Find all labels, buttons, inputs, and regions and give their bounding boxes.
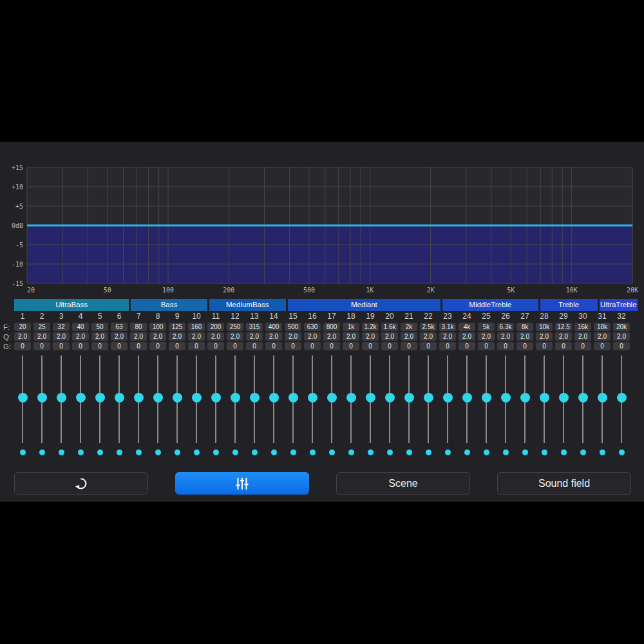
channel-column: 3322.00 <box>52 312 71 350</box>
channel-column: 181k2.00 <box>341 312 361 350</box>
channel-column: 122502.00 <box>225 312 245 350</box>
slider-knob[interactable] <box>115 393 124 402</box>
gain-slider <box>71 353 90 459</box>
gain-value: 0 <box>91 342 108 350</box>
gain-value: 0 <box>207 342 224 350</box>
gain-slider <box>592 353 612 459</box>
channel-number: 32 <box>617 312 625 321</box>
channel-dot <box>271 450 277 455</box>
gain-value: 0 <box>304 342 321 350</box>
slider-knob[interactable] <box>57 393 66 402</box>
q-value: 2.0 <box>14 332 31 341</box>
slider-knob[interactable] <box>346 393 356 402</box>
slider-knob[interactable] <box>501 393 511 402</box>
slider-knob[interactable] <box>598 393 607 402</box>
slider-knob[interactable] <box>76 393 86 402</box>
gain-slider <box>129 353 148 459</box>
channel-dot <box>329 450 335 455</box>
y-axis-tick-label: -5 <box>15 242 23 249</box>
channel-column: 2810k2.00 <box>535 312 554 350</box>
channel-number: 1 <box>21 312 25 321</box>
equalizer-button[interactable] <box>175 472 309 495</box>
gain-slider <box>399 353 419 459</box>
freq-value: 40 <box>72 323 89 331</box>
slider-knob[interactable] <box>250 393 260 402</box>
freq-value: 50 <box>91 323 108 331</box>
gain-slider <box>496 353 515 459</box>
q-value: 2.0 <box>555 332 572 341</box>
q-value: 2.0 <box>53 332 70 341</box>
gain-value: 0 <box>53 342 70 350</box>
q-value: 2.0 <box>227 332 243 341</box>
band-label-mediant: Mediant <box>288 299 441 311</box>
slider-knob[interactable] <box>18 393 28 402</box>
slider-knob[interactable] <box>404 393 414 402</box>
channel-dot <box>117 450 122 455</box>
slider-knob[interactable] <box>173 393 182 402</box>
gain-slider <box>554 353 573 459</box>
gain-value: 0 <box>555 342 572 350</box>
channel-dot <box>542 450 547 455</box>
slider-knob[interactable] <box>385 393 395 402</box>
channel-number: 16 <box>308 312 316 321</box>
channel-column: 191.2k2.00 <box>361 312 380 350</box>
slider-knob[interactable] <box>327 393 337 402</box>
q-value: 2.0 <box>536 332 553 341</box>
freq-value: 25 <box>33 323 50 331</box>
channel-number: 2 <box>40 312 44 321</box>
slider-knob[interactable] <box>443 393 453 402</box>
scene-button[interactable]: Scene <box>336 472 470 495</box>
slider-knob[interactable] <box>231 393 240 402</box>
channel-dot <box>445 450 451 455</box>
slider-knob[interactable] <box>617 393 627 402</box>
gain-slider <box>245 353 264 459</box>
band-label-mediumbass: MediumBass <box>209 299 286 311</box>
sound-field-button[interactable]: Sound field <box>497 472 631 495</box>
channel-number: 3 <box>59 312 64 321</box>
channel-dot <box>175 450 180 455</box>
q-value: 2.0 <box>323 332 340 341</box>
channel-column: 112002.00 <box>206 312 225 350</box>
slider-knob[interactable] <box>211 393 221 402</box>
slider-knob[interactable] <box>462 393 472 402</box>
slider-knob[interactable] <box>134 393 144 402</box>
slider-knob[interactable] <box>482 393 491 402</box>
channel-number: 8 <box>156 312 160 321</box>
q-value: 2.0 <box>169 332 185 341</box>
y-axis-tick-label: +5 <box>15 203 23 210</box>
freq-value: 32 <box>53 323 70 331</box>
slider-knob[interactable] <box>37 393 47 402</box>
channel-column: 144002.00 <box>264 312 283 350</box>
freq-value: 500 <box>285 323 301 331</box>
slider-knob[interactable] <box>153 393 163 402</box>
channel-number: 10 <box>192 312 200 321</box>
slider-knob[interactable] <box>540 393 549 402</box>
gain-slider <box>303 353 322 459</box>
slider-knob[interactable] <box>520 393 530 402</box>
freq-value: 12.5 <box>555 323 572 331</box>
gain-value: 0 <box>188 342 205 350</box>
slider-knob[interactable] <box>308 393 317 402</box>
channel-number: 13 <box>250 312 258 321</box>
gain-slider <box>13 353 32 459</box>
slider-knob[interactable] <box>192 393 202 402</box>
slider-knob[interactable] <box>424 393 433 402</box>
gain-value: 0 <box>536 342 553 350</box>
gain-value: 0 <box>381 342 398 350</box>
slider-knob[interactable] <box>559 393 569 402</box>
slider-knob[interactable] <box>269 393 279 402</box>
slider-knob[interactable] <box>366 393 375 402</box>
gain-value: 0 <box>497 342 514 350</box>
channel-column: 6632.00 <box>109 312 129 350</box>
x-axis-tick-label: 200 <box>223 287 234 294</box>
channel-number: 17 <box>327 312 336 321</box>
freq-value: 200 <box>207 323 224 331</box>
freq-value: 18k <box>594 323 611 331</box>
slider-knob[interactable] <box>578 393 588 402</box>
reset-button[interactable] <box>14 472 148 495</box>
slider-knob[interactable] <box>289 393 298 402</box>
freq-value: 20k <box>613 323 630 331</box>
slider-knob[interactable] <box>95 393 105 402</box>
channel-column: 3118k2.00 <box>592 312 612 350</box>
q-value: 2.0 <box>478 332 495 341</box>
